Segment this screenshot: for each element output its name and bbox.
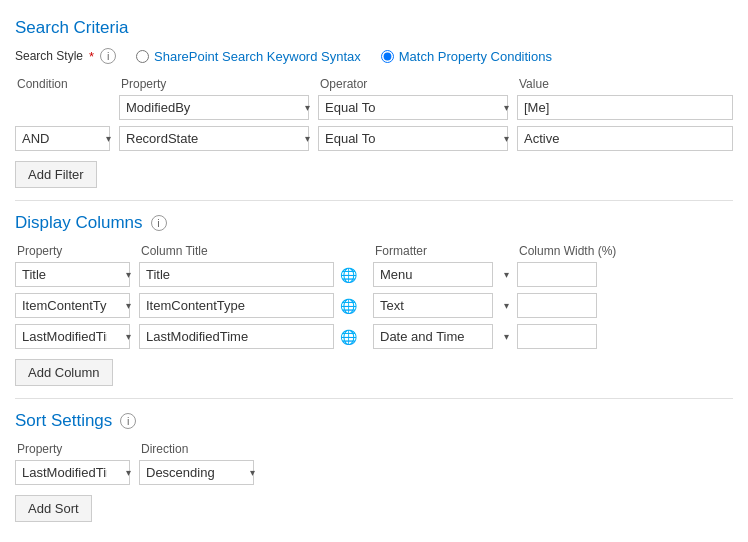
condition2-value-input[interactable]: [517, 126, 733, 151]
keyword-syntax-radio[interactable]: [136, 50, 149, 63]
operator-col-header: Operator: [318, 77, 367, 91]
condition1-property-select[interactable]: ModifiedBy Title RecordState ItemContent…: [119, 95, 309, 120]
search-style-info-icon[interactable]: i: [100, 48, 116, 64]
add-sort-button[interactable]: Add Sort: [15, 495, 92, 522]
dc2-width-input[interactable]: [517, 293, 597, 318]
dc1-globe-icon[interactable]: 🌐: [340, 267, 357, 283]
dc-width-header: Column Width (%): [517, 244, 616, 258]
dc2-globe-icon[interactable]: 🌐: [340, 298, 357, 314]
sort-settings-title: Sort Settings: [15, 411, 112, 431]
sort-settings-info-icon[interactable]: i: [120, 413, 136, 429]
dc1-formatter-arrow: ▾: [504, 269, 509, 280]
sort1-property-select[interactable]: Title ModifiedBy ItemContentType LastMod…: [15, 460, 130, 485]
dc3-formatter-arrow: ▾: [504, 331, 509, 342]
display-columns-info-icon[interactable]: i: [151, 215, 167, 231]
condition1-value-input[interactable]: [517, 95, 733, 120]
dc2-title-input[interactable]: [139, 293, 334, 318]
dc1-formatter-select[interactable]: Menu Text Date and Time Number: [373, 262, 493, 287]
sort1-direction-select[interactable]: Ascending Descending: [139, 460, 254, 485]
condition2-operator-select[interactable]: Equal To Not Equal To Contains: [318, 126, 508, 151]
dc3-property-select[interactable]: Title ItemContentType ModifiedBy LastMod…: [15, 324, 130, 349]
match-property-radio[interactable]: [381, 50, 394, 63]
property-col-header: Property: [119, 77, 166, 91]
dc3-formatter-select[interactable]: Menu Text Date and Time Number: [373, 324, 493, 349]
table-row: Title ItemContentType ModifiedBy LastMod…: [15, 293, 733, 318]
condition2-condition-select[interactable]: AND OR: [15, 126, 110, 151]
table-row: Title ModifiedBy ItemContentType LastMod…: [15, 460, 733, 485]
sort-direction-header: Direction: [139, 442, 188, 456]
condition-col-header: Condition: [15, 77, 68, 91]
dc3-globe-icon[interactable]: 🌐: [340, 329, 357, 345]
table-row: ModifiedBy Title RecordState ItemContent…: [15, 95, 733, 120]
table-row: AND OR ▾ ModifiedBy RecordState Title It…: [15, 126, 733, 151]
condition2-property-select[interactable]: ModifiedBy RecordState Title ItemContent…: [119, 126, 309, 151]
dc-title-header: Column Title: [139, 244, 208, 258]
dc3-title-input[interactable]: [139, 324, 334, 349]
keyword-syntax-option[interactable]: SharePoint Search Keyword Syntax: [136, 49, 361, 64]
match-property-label: Match Property Conditions: [399, 49, 552, 64]
dc2-formatter-arrow: ▾: [504, 300, 509, 311]
dc-formatter-header: Formatter: [373, 244, 427, 258]
dc2-formatter-select[interactable]: Menu Text Date and Time Number: [373, 293, 493, 318]
search-style-label: Search Style: [15, 49, 83, 63]
match-property-option[interactable]: Match Property Conditions: [381, 49, 552, 64]
dc1-width-input[interactable]: [517, 262, 597, 287]
required-marker: *: [89, 49, 94, 64]
search-criteria-title: Search Criteria: [15, 18, 733, 38]
add-column-button[interactable]: Add Column: [15, 359, 113, 386]
dc2-property-select[interactable]: Title ItemContentType ModifiedBy LastMod…: [15, 293, 130, 318]
dc3-width-input[interactable]: [517, 324, 597, 349]
table-row: Title ItemContentType ModifiedBy LastMod…: [15, 324, 733, 349]
value-col-header: Value: [517, 77, 549, 91]
keyword-syntax-label: SharePoint Search Keyword Syntax: [154, 49, 361, 64]
table-row: Title ModifiedBy ItemContentType LastMod…: [15, 262, 733, 287]
dc1-title-input[interactable]: [139, 262, 334, 287]
dc-property-header: Property: [15, 244, 62, 258]
sort-property-header: Property: [15, 442, 62, 456]
dc1-property-select[interactable]: Title ModifiedBy ItemContentType LastMod…: [15, 262, 130, 287]
display-columns-title: Display Columns: [15, 213, 143, 233]
add-filter-button[interactable]: Add Filter: [15, 161, 97, 188]
condition1-operator-select[interactable]: Equal To Not Equal To Contains: [318, 95, 508, 120]
